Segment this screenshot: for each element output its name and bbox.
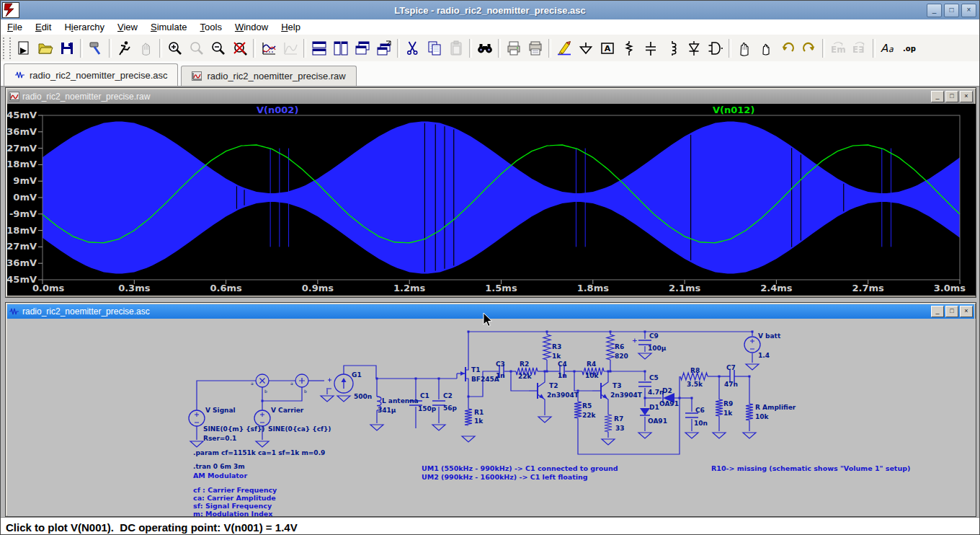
schematic-comment[interactable]: R10-> missing (schematic shows "Volume 1…	[711, 464, 910, 472]
toolbar-place-capacitor-button[interactable]	[640, 37, 662, 59]
schematic-label[interactable]: V Signal	[205, 407, 236, 414]
schematic-label[interactable]: L antenna	[382, 397, 419, 404]
menu-edit[interactable]: Edit	[29, 20, 58, 34]
toolbar-place-resistor-button[interactable]	[618, 37, 640, 59]
schematic-close-button[interactable]: ×	[960, 306, 973, 317]
component-resv[interactable]	[543, 335, 551, 360]
toolbar-tile-horizontal-button[interactable]	[308, 37, 330, 59]
toolbar-print-preview-button[interactable]	[525, 37, 546, 59]
toolbar-zoom-in-button[interactable]	[164, 37, 186, 59]
schematic-comment[interactable]: ca: Carrier Amplitude	[193, 494, 276, 502]
toolbar-zoom-full-extents-button[interactable]	[229, 37, 251, 59]
toolbar-mirror-button[interactable]: Em	[827, 37, 849, 59]
toolbar-move-button[interactable]	[734, 37, 755, 59]
toolbar-zoom-out-button[interactable]	[208, 37, 229, 59]
ground-symbol[interactable]	[713, 433, 726, 438]
schematic-label[interactable]: C9	[649, 332, 659, 340]
schematic-window-title-bar[interactable]: radio_ric2_noemitter_precise.asc _ □ ×	[7, 304, 974, 319]
component-resv[interactable]	[605, 415, 612, 432]
schematic-comment[interactable]: cf : Carrier Frequency	[193, 486, 277, 494]
toolbar-fft-button[interactable]	[280, 37, 301, 59]
tab-raw[interactable]: radio_ric2_noemitter_precise.raw	[181, 66, 356, 86]
schematic-label[interactable]: R8	[690, 367, 700, 374]
schematic-label[interactable]: R2	[520, 361, 529, 368]
schematic-label[interactable]: 10k	[585, 372, 600, 379]
toolbar-overlap-windows-button[interactable]	[373, 37, 395, 59]
waveform-plot[interactable]: 45mV36mV27mV18mV9mV0mV-9mV-18mV-27mV-36m…	[7, 104, 976, 296]
schematic-label[interactable]: T1	[471, 366, 480, 373]
toolbar-undo-button[interactable]	[777, 37, 798, 59]
schematic-label[interactable]: C4	[558, 361, 567, 368]
toolbar-paste-button[interactable]	[445, 37, 467, 59]
component-resv[interactable]	[746, 404, 753, 420]
schematic-label[interactable]: 1k	[552, 353, 561, 360]
schematic-label[interactable]: D1	[649, 404, 659, 411]
schematic-drawing[interactable]: abab+V SignalSINE(0{m} {sf})Rser=0.1V Ca…	[7, 319, 976, 516]
ground-symbol[interactable]	[370, 425, 383, 430]
schematic-comment[interactable]: AM Modulator	[193, 472, 247, 479]
schematic-label[interactable]: T2	[549, 382, 558, 389]
component-resv[interactable]	[716, 399, 723, 416]
menu-window[interactable]: Window	[228, 20, 275, 34]
app-minimize-button[interactable]: _	[927, 4, 942, 17]
toolbar-grip[interactable]	[3, 37, 11, 59]
schematic-minimize-button[interactable]: _	[931, 306, 944, 317]
tab-asc[interactable]: radio_ric2_noemitter_precise.asc	[4, 63, 178, 86]
ground-symbol[interactable]	[432, 425, 445, 430]
ground-symbol[interactable]	[538, 417, 551, 423]
app-maximize-button[interactable]: □	[944, 4, 959, 17]
waveform-close-button[interactable]: ×	[960, 91, 973, 102]
waveform-minimize-button[interactable]: _	[931, 91, 944, 102]
component-bmul[interactable]: ab	[251, 374, 269, 394]
toolbar-control-panel-button[interactable]	[85, 37, 107, 59]
toolbar-halt-button[interactable]	[135, 37, 157, 59]
toolbar-zoom-back-button[interactable]	[186, 37, 208, 59]
schematic-label[interactable]: 47n	[724, 381, 738, 388]
component-resv[interactable]	[607, 335, 614, 360]
wire[interactable]	[262, 387, 302, 401]
schematic-label[interactable]: 2n3904T	[610, 392, 643, 399]
schematic-comment[interactable]: m: Modulation Index	[193, 510, 272, 516]
toolbar-place-label-button[interactable]: A	[597, 37, 618, 59]
waveform-maximize-button[interactable]: □	[945, 91, 958, 102]
toolbar-autorange-y-axis-button[interactable]	[258, 37, 280, 59]
schematic-label[interactable]: 3.5k	[687, 381, 703, 388]
toolbar-cascade-windows-button[interactable]	[352, 37, 373, 59]
schematic-label[interactable]: 4.7n	[648, 389, 664, 396]
schematic-maximize-button[interactable]: □	[945, 306, 958, 317]
menu-help[interactable]: Help	[275, 20, 307, 34]
schematic-label[interactable]: C1	[420, 392, 429, 399]
ground-symbol[interactable]	[638, 353, 651, 359]
schematic-label[interactable]: R9	[723, 400, 733, 407]
toolbar-find-button[interactable]	[474, 37, 496, 59]
schematic-label[interactable]: 33	[615, 425, 625, 432]
schematic-label[interactable]: R6	[615, 343, 624, 350]
waveform-window-title-bar[interactable]: radio_ric2_noemitter_precise.raw _ □ ×	[7, 89, 974, 104]
schematic-label[interactable]: 500n	[354, 393, 372, 400]
toolbar-rotate-button[interactable]: E∃	[849, 37, 870, 59]
trace-vn002[interactable]	[43, 122, 960, 274]
menu-tools[interactable]: Tools	[194, 20, 228, 34]
schematic-label[interactable]: R1	[474, 409, 484, 416]
toolbar-place-ground-button[interactable]	[575, 37, 597, 59]
component-resv[interactable]	[465, 409, 472, 425]
schematic-label[interactable]: 10n	[694, 420, 708, 427]
toolbar-place-component-button[interactable]	[705, 37, 726, 59]
schematic-label[interactable]: R3	[552, 343, 561, 350]
app-title-bar[interactable]: LTspice - radio_ric2_noemitter_precise.a…	[1, 1, 979, 19]
ground-symbol[interactable]	[746, 364, 759, 370]
menu-view[interactable]: View	[111, 20, 144, 34]
schematic-label[interactable]: 1n	[496, 372, 505, 379]
menu-simulate[interactable]: Simulate	[144, 20, 194, 34]
toolbar-place-text-button[interactable]: Aa	[878, 37, 899, 59]
component-capv[interactable]	[638, 382, 651, 386]
ground-symbol[interactable]	[743, 433, 756, 438]
schematic-label[interactable]: 1k	[723, 410, 733, 417]
schematic-label[interactable]: 1n	[558, 372, 567, 379]
schematic-label[interactable]: D2	[662, 387, 672, 394]
schematic-label[interactable]: V Carrier	[271, 407, 304, 414]
waveform-plot-area[interactable]: 45mV36mV27mV18mV9mV0mV-9mV-18mV-27mV-36m…	[7, 104, 976, 296]
toolbar-redo-button[interactable]	[798, 37, 820, 59]
schematic-label[interactable]: 2n3904T	[547, 392, 579, 399]
schematic-label[interactable]: T3	[612, 382, 621, 389]
